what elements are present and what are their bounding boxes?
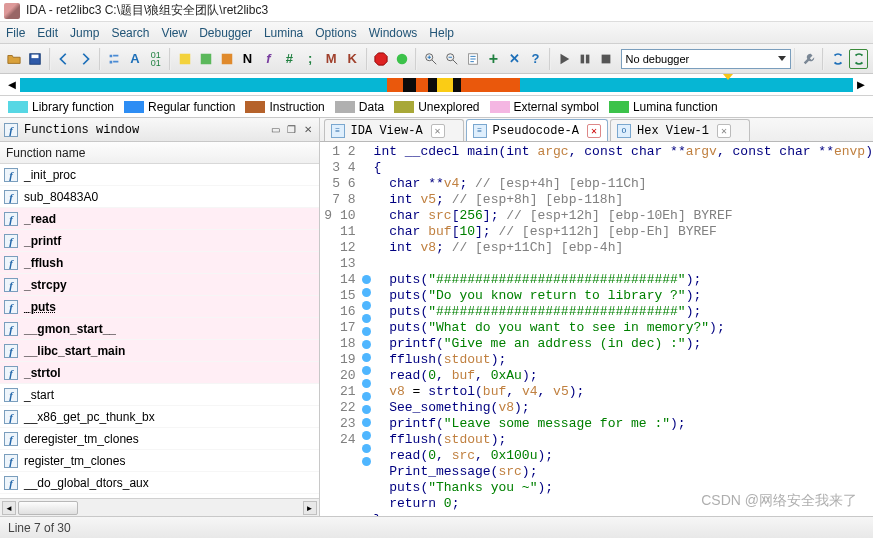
pane-close-icon[interactable]: ✕: [301, 123, 315, 137]
stop-icon[interactable]: [597, 49, 616, 69]
pause-icon[interactable]: [576, 49, 595, 69]
function-icon: f: [4, 322, 18, 336]
menu-help[interactable]: Help: [429, 26, 454, 40]
functions-list[interactable]: f_init_procfsub_80483A0f_readf_printff_f…: [0, 164, 319, 498]
pane-restore-icon[interactable]: ❐: [285, 123, 299, 137]
function-name: _fflush: [24, 256, 63, 270]
breakpoint-dot-icon[interactable]: [362, 353, 371, 362]
breakpoint-dot-icon[interactable]: [362, 444, 371, 453]
breakpoint-dot-icon[interactable]: [362, 288, 371, 297]
zoom-in-icon[interactable]: [421, 49, 440, 69]
breakpoint-dot-icon[interactable]: [362, 314, 371, 323]
menu-debugger[interactable]: Debugger: [199, 26, 252, 40]
question-icon[interactable]: ?: [526, 49, 545, 69]
tool-icon[interactable]: [105, 49, 124, 69]
function-row[interactable]: f_init_proc: [0, 164, 319, 186]
k-icon[interactable]: K: [343, 49, 362, 69]
text-n-icon[interactable]: N: [238, 49, 257, 69]
tab-hex-view[interactable]: O Hex View-1 ✕: [610, 119, 750, 141]
pane-minimize-icon[interactable]: ▭: [269, 123, 283, 137]
cross-icon[interactable]: ✕: [505, 49, 524, 69]
back-icon[interactable]: [55, 49, 74, 69]
script-icon[interactable]: [463, 49, 482, 69]
scroll-thumb[interactable]: [18, 501, 78, 515]
nav-prev-icon[interactable]: ◄: [5, 78, 19, 92]
breakpoint-dot-icon[interactable]: [362, 431, 371, 440]
highlight-yellow-icon[interactable]: [175, 49, 194, 69]
breakpoint-dot-icon[interactable]: [362, 379, 371, 388]
menu-windows[interactable]: Windows: [369, 26, 418, 40]
toolbar-separator: [549, 48, 551, 70]
svg-rect-1: [32, 54, 39, 58]
tab-close-icon[interactable]: ✕: [431, 124, 445, 138]
hash-icon[interactable]: #: [280, 49, 299, 69]
breakpoint-dot-icon[interactable]: [362, 405, 371, 414]
semicolon-icon[interactable]: ;: [301, 49, 320, 69]
tab-close-icon[interactable]: ✕: [717, 124, 731, 138]
menu-file[interactable]: File: [6, 26, 25, 40]
function-row[interactable]: f_read: [0, 208, 319, 230]
code-view[interactable]: 1 2 3 4 5 6 7 8 9 10 11 12 13 14 15 16 1…: [320, 142, 873, 516]
breakpoint-dot-icon[interactable]: [362, 392, 371, 401]
wrench-icon[interactable]: [799, 49, 818, 69]
menu-options[interactable]: Options: [315, 26, 356, 40]
legend-label: Instruction: [269, 100, 324, 114]
nav-next-icon[interactable]: ►: [854, 78, 868, 92]
function-row[interactable]: f_fflush: [0, 252, 319, 274]
binary-icon[interactable]: 0101: [146, 49, 165, 69]
navigation-band[interactable]: ◄ ►: [0, 74, 873, 96]
breakpoint-dot-icon[interactable]: [362, 340, 371, 349]
breakpoint-dot-icon[interactable]: [362, 366, 371, 375]
sync-icon[interactable]: [828, 49, 847, 69]
function-row[interactable]: f__gmon_start__: [0, 318, 319, 340]
function-name: _puts: [24, 300, 56, 314]
stop-sign-icon[interactable]: [372, 49, 391, 69]
function-row[interactable]: fderegister_tm_clones: [0, 428, 319, 450]
function-icon: f: [4, 476, 18, 490]
breakpoint-dot-icon[interactable]: [362, 418, 371, 427]
green-circle-icon[interactable]: [392, 49, 411, 69]
add-icon[interactable]: +: [484, 49, 503, 69]
function-row[interactable]: f_puts: [0, 296, 319, 318]
breakpoint-dot-icon[interactable]: [362, 457, 371, 466]
function-row[interactable]: f_start: [0, 384, 319, 406]
menu-edit[interactable]: Edit: [37, 26, 58, 40]
scroll-left-icon[interactable]: ◄: [2, 501, 16, 515]
function-row[interactable]: f_strcpy: [0, 274, 319, 296]
tab-pseudocode[interactable]: ≡ Pseudocode-A ✕: [466, 119, 608, 141]
menu-view[interactable]: View: [161, 26, 187, 40]
breakpoint-dot-icon[interactable]: [362, 327, 371, 336]
menu-jump[interactable]: Jump: [70, 26, 99, 40]
menu-search[interactable]: Search: [111, 26, 149, 40]
debugger-select[interactable]: No debugger: [621, 49, 791, 69]
breakpoint-dot-icon[interactable]: [362, 275, 371, 284]
menu-lumina[interactable]: Lumina: [264, 26, 303, 40]
function-row[interactable]: f__do_global_dtors_aux: [0, 472, 319, 494]
function-icon: f: [4, 410, 18, 424]
legend-label: Library function: [32, 100, 114, 114]
highlight-orange-icon[interactable]: [217, 49, 236, 69]
m-icon[interactable]: M: [322, 49, 341, 69]
open-icon[interactable]: [5, 49, 24, 69]
tab-close-icon[interactable]: ✕: [587, 124, 601, 138]
functions-column-header[interactable]: Function name: [0, 142, 319, 164]
function-row[interactable]: f_strtol: [0, 362, 319, 384]
function-row[interactable]: fregister_tm_clones: [0, 450, 319, 472]
tab-ida-view[interactable]: ≡ IDA View-A ✕: [324, 119, 464, 141]
highlight-green-icon[interactable]: [196, 49, 215, 69]
forward-icon[interactable]: [76, 49, 95, 69]
play-icon[interactable]: [555, 49, 574, 69]
save-icon[interactable]: [26, 49, 45, 69]
function-row[interactable]: f__libc_start_main: [0, 340, 319, 362]
text-icon[interactable]: A: [125, 49, 144, 69]
functions-scrollbar[interactable]: ◄ ►: [0, 498, 319, 516]
breakpoint-dot-icon[interactable]: [362, 301, 371, 310]
function-row[interactable]: f__x86_get_pc_thunk_bx: [0, 406, 319, 428]
zoom-out-icon[interactable]: [442, 49, 461, 69]
text-f-icon[interactable]: f: [259, 49, 278, 69]
function-row[interactable]: fsub_80483A0: [0, 186, 319, 208]
function-name: __x86_get_pc_thunk_bx: [24, 410, 155, 424]
function-row[interactable]: f_printf: [0, 230, 319, 252]
scroll-right-icon[interactable]: ►: [303, 501, 317, 515]
sync-green-icon[interactable]: [849, 49, 868, 69]
